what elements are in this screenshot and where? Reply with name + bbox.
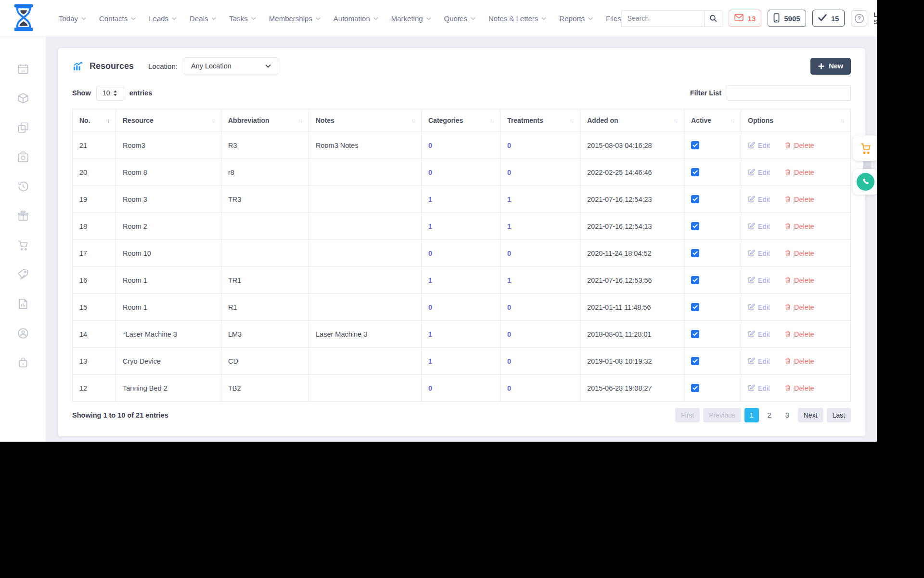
delete-link[interactable]: Delete xyxy=(784,196,814,203)
pagination-previous[interactable]: Previous xyxy=(703,408,741,422)
floating-whatsapp-button[interactable] xyxy=(853,169,877,195)
column-header-treatments[interactable]: Treatments↑↓ xyxy=(500,109,580,132)
calendar-icon[interactable]: 12 xyxy=(17,63,29,75)
nav-item-contacts[interactable]: Contacts xyxy=(99,14,136,23)
support-user-icon[interactable] xyxy=(17,327,29,340)
gift-icon[interactable] xyxy=(17,210,29,222)
copy-icon[interactable] xyxy=(17,121,29,134)
edit-link[interactable]: Edit xyxy=(748,384,770,392)
new-button[interactable]: New xyxy=(810,58,851,75)
nav-item-notes-letters[interactable]: Notes & Letters xyxy=(488,14,546,23)
nav-item-quotes[interactable]: Quotes xyxy=(444,14,475,23)
active-checkbox[interactable] xyxy=(691,357,699,365)
search-input[interactable] xyxy=(621,10,704,27)
email-badge[interactable]: 13 xyxy=(729,10,762,27)
history-icon[interactable] xyxy=(17,180,29,193)
delete-link[interactable]: Delete xyxy=(784,223,814,230)
column-header-no-[interactable]: No.↑↓ xyxy=(73,109,116,132)
nav-item-reports[interactable]: Reports xyxy=(559,14,593,23)
treatments-count-link[interactable]: 0 xyxy=(507,250,511,257)
column-header-resource[interactable]: Resource↑↓ xyxy=(116,109,221,132)
treatments-count-link[interactable]: 0 xyxy=(507,142,511,149)
column-header-options[interactable]: Options↑↓ xyxy=(741,109,851,132)
nav-item-tasks[interactable]: Tasks xyxy=(229,14,256,23)
column-header-notes[interactable]: Notes↑↓ xyxy=(309,109,422,132)
active-checkbox[interactable] xyxy=(691,384,699,392)
active-checkbox[interactable] xyxy=(691,168,699,176)
treatments-count-link[interactable]: 1 xyxy=(507,196,511,203)
active-checkbox[interactable] xyxy=(691,195,699,203)
nav-item-leads[interactable]: Leads xyxy=(149,14,177,23)
help-button[interactable]: ? xyxy=(851,10,867,26)
categories-count-link[interactable]: 0 xyxy=(428,303,432,311)
categories-count-link[interactable]: 1 xyxy=(428,223,432,230)
nav-item-automation[interactable]: Automation xyxy=(334,14,378,23)
column-header-added-on[interactable]: Added on↑↓ xyxy=(580,109,684,132)
active-checkbox[interactable] xyxy=(691,222,699,230)
treatments-count-link[interactable]: 0 xyxy=(507,330,511,338)
active-checkbox[interactable] xyxy=(691,249,699,257)
filter-input[interactable] xyxy=(727,85,851,101)
categories-count-link[interactable]: 1 xyxy=(428,196,432,203)
delete-link[interactable]: Delete xyxy=(784,384,814,392)
edit-link[interactable]: Edit xyxy=(748,250,770,257)
app-logo-hourglass-icon[interactable] xyxy=(13,4,35,33)
delete-link[interactable]: Delete xyxy=(784,169,814,176)
location-select[interactable]: Any Location xyxy=(184,57,278,75)
delete-link[interactable]: Delete xyxy=(784,357,814,365)
edit-link[interactable]: Edit xyxy=(748,276,770,284)
booking-camera-icon[interactable] xyxy=(17,151,29,163)
page-length-select[interactable]: 10 xyxy=(96,86,124,101)
categories-count-link[interactable]: 1 xyxy=(428,276,432,284)
treatments-count-link[interactable]: 1 xyxy=(507,276,511,284)
delete-link[interactable]: Delete xyxy=(784,142,814,149)
pagination-first[interactable]: First xyxy=(675,408,700,422)
active-checkbox[interactable] xyxy=(691,303,699,311)
nav-item-marketing[interactable]: Marketing xyxy=(391,14,431,23)
delete-link[interactable]: Delete xyxy=(784,276,814,284)
treatments-count-link[interactable]: 0 xyxy=(507,169,511,176)
treatments-count-link[interactable]: 0 xyxy=(507,303,511,311)
report-chart-icon[interactable] xyxy=(17,298,29,310)
active-checkbox[interactable] xyxy=(691,276,699,284)
pagination-page-1[interactable]: 1 xyxy=(744,408,759,422)
column-header-abbreviation[interactable]: Abbreviation↑↓ xyxy=(221,109,309,132)
edit-link[interactable]: Edit xyxy=(748,330,770,338)
treatments-count-link[interactable]: 1 xyxy=(507,223,511,230)
treatments-count-link[interactable]: 0 xyxy=(507,384,511,392)
edit-link[interactable]: Edit xyxy=(748,223,770,230)
tags-icon[interactable] xyxy=(17,268,29,281)
phone-badge[interactable]: 5905 xyxy=(768,10,806,27)
nav-item-deals[interactable]: Deals xyxy=(190,14,216,23)
delete-link[interactable]: Delete xyxy=(784,303,814,311)
edit-link[interactable]: Edit xyxy=(748,169,770,176)
cart-icon[interactable] xyxy=(17,239,29,251)
delete-link[interactable]: Delete xyxy=(784,330,814,338)
edit-link[interactable]: Edit xyxy=(748,303,770,311)
column-header-active[interactable]: Active↑↓ xyxy=(684,109,741,132)
categories-count-link[interactable]: 0 xyxy=(428,384,432,392)
pagination-next[interactable]: Next xyxy=(798,408,823,422)
nav-item-files[interactable]: Files xyxy=(606,14,621,23)
pagination-last[interactable]: Last xyxy=(827,408,851,422)
active-checkbox[interactable] xyxy=(691,330,699,338)
edit-link[interactable]: Edit xyxy=(748,357,770,365)
pagination-page-3[interactable]: 3 xyxy=(780,408,795,422)
nav-item-today[interactable]: Today xyxy=(59,14,86,23)
search-button[interactable] xyxy=(704,10,722,27)
categories-count-link[interactable]: 0 xyxy=(428,142,432,149)
categories-count-link[interactable]: 1 xyxy=(428,330,432,338)
categories-count-link[interactable]: 0 xyxy=(428,169,432,176)
nav-item-memberships[interactable]: Memberships xyxy=(269,14,321,23)
delete-link[interactable]: Delete xyxy=(784,250,814,257)
treatments-count-link[interactable]: 0 xyxy=(507,357,511,365)
pagination-page-2[interactable]: 2 xyxy=(762,408,777,422)
edit-link[interactable]: Edit xyxy=(748,142,770,149)
column-header-categories[interactable]: Categories↑↓ xyxy=(422,109,500,132)
edit-link[interactable]: Edit xyxy=(748,196,770,203)
lockbox-icon[interactable] xyxy=(17,356,29,369)
categories-count-link[interactable]: 0 xyxy=(428,250,432,257)
cube-icon[interactable] xyxy=(17,92,29,105)
active-checkbox[interactable] xyxy=(691,141,699,149)
tasks-badge[interactable]: 15 xyxy=(812,10,845,27)
